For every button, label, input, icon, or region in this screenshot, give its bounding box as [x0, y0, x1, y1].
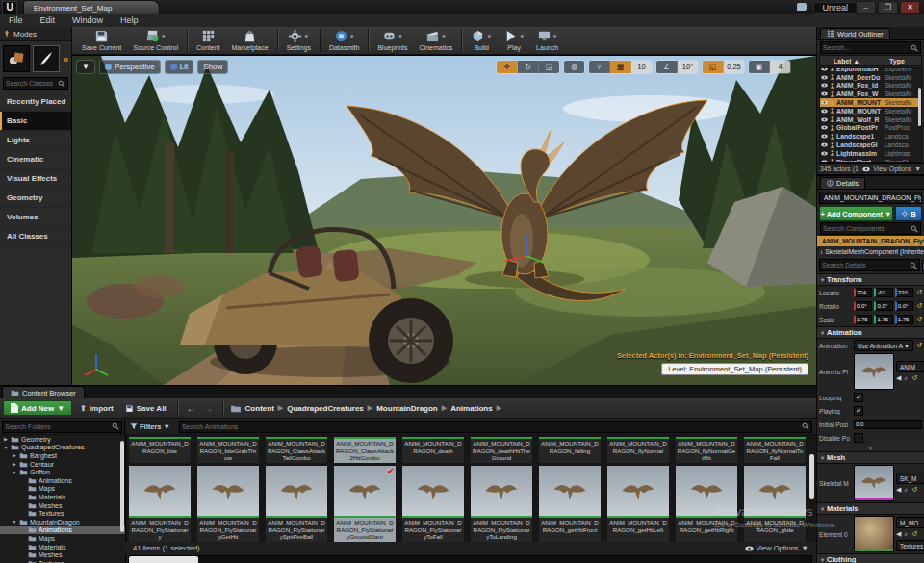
material-dropdown[interactable]: M_MO▼ — [896, 517, 924, 528]
asset-tile[interactable]: ANIM_MOUNTAIN_DRAGON_ClawsAttackTailComb… — [266, 437, 327, 463]
asset-tile[interactable]: ANIM_MOUNTAIN_DRAGON_falling — [539, 437, 601, 463]
asset-tile[interactable]: ANIM_MOUNTAIN_DRAGON_getHitFront — [539, 466, 601, 542]
menu-item[interactable]: File — [0, 14, 32, 27]
perspective-button[interactable]: Perspective — [99, 60, 161, 74]
outliner-scrollbar[interactable] — [918, 88, 921, 126]
add-component-button[interactable]: + Add Component ▼ — [819, 206, 893, 221]
place-mode-button[interactable] — [3, 45, 30, 72]
visibility-eye-icon[interactable] — [821, 109, 828, 114]
skeletal-mesh-thumbnail[interactable] — [854, 465, 894, 501]
visibility-eye-icon[interactable] — [821, 67, 828, 71]
initial-position-field[interactable]: 0.0 — [854, 420, 922, 429]
angle-snap-value[interactable]: 10° — [678, 61, 698, 73]
asset-tile[interactable]: ANIM_MOUNTAIN_DRAGON_flyNormalToFall — [744, 437, 806, 463]
grid-horizontal-scrollbar[interactable] — [128, 555, 812, 563]
materials-section-header[interactable]: Materials — [817, 502, 924, 515]
folder-tree-item[interactable]: ▶ Barghest — [0, 451, 125, 460]
tree-arrow-icon[interactable]: ▶ — [3, 436, 9, 442]
blueprint-button[interactable]: B — [895, 206, 922, 221]
reset-icon[interactable]: ↺ — [916, 289, 922, 296]
clothing-section-header[interactable]: Clothing — [817, 553, 924, 563]
world-local-toggle[interactable]: ◍ — [564, 61, 584, 73]
chevron-down-icon[interactable]: ▼ — [161, 34, 167, 39]
folders-search-input[interactable] — [5, 423, 112, 430]
chevron-down-icon[interactable]: ▼ — [349, 34, 355, 39]
grid-snap-value[interactable]: 10 — [631, 61, 652, 73]
toolbar-button[interactable]: ▼ Settings — [281, 27, 317, 54]
browse-icon[interactable]: ⌕ — [904, 486, 908, 494]
details-search-input[interactable] — [822, 262, 910, 269]
component-row[interactable]: SkeletalMeshComponent (Inherite — [817, 246, 924, 257]
asset-tile[interactable]: ANIM_MOUNTAIN_DRAGON_getHitLeft — [607, 466, 669, 542]
visibility-eye-icon[interactable] — [821, 100, 828, 105]
chevron-down-icon[interactable]: ▼ — [398, 34, 403, 39]
outliner-row[interactable]: GlobalPostPr PostProc — [820, 124, 921, 133]
use-selected-icon[interactable]: ◀ — [896, 530, 901, 538]
tree-arrow-icon[interactable]: ▼ — [3, 445, 9, 450]
outliner-row[interactable]: LightmassIm Lightmas — [820, 149, 921, 158]
animation-section-header[interactable]: Animation — [817, 326, 924, 339]
modes-category[interactable]: Cinematic — [0, 150, 71, 169]
details-tab[interactable]: Details — [820, 177, 865, 189]
toolbar-button[interactable]: Marketplace — [225, 27, 273, 54]
toolbar-button[interactable]: ▼ Cinematics — [414, 27, 459, 54]
modes-expand-chevron[interactable]: » — [63, 53, 68, 64]
z-value-field[interactable]: 0.0° — [895, 301, 913, 311]
toolbar-button[interactable]: ▼ Launch — [530, 27, 564, 54]
asset-tile[interactable]: ANIM_MOUNTAIN_DRAGON_flyNormalGetHit — [676, 437, 737, 463]
folder-tree-item[interactable]: ▼ MountainDragon — [0, 518, 125, 526]
visibility-eye-icon[interactable] — [821, 160, 828, 163]
outliner-search-input[interactable] — [823, 44, 911, 51]
scale-snap-icon[interactable]: ◱ — [703, 61, 724, 73]
visibility-eye-icon[interactable] — [821, 75, 828, 80]
toolbar-button[interactable]: Content — [191, 27, 226, 54]
mesh-section-header[interactable]: Mesh — [817, 451, 924, 464]
tree-arrow-icon[interactable]: ▼ — [12, 519, 17, 525]
chevron-down-icon[interactable]: ▼ — [552, 34, 558, 39]
grid-snap-icon[interactable]: ▦ — [610, 61, 631, 73]
lit-mode-button[interactable]: Lit — [165, 60, 193, 74]
tree-arrow-icon[interactable]: ▶ — [12, 452, 17, 458]
outliner-header[interactable]: Label ▲ Type — [819, 55, 922, 66]
selected-actor-name[interactable]: ANIM_MOUNTAIN_DRAGON_FlySta — [819, 192, 922, 204]
asset-tile[interactable]: ANIM_MOUNTAIN_DRAGON_glide — [744, 466, 806, 542]
outliner-row[interactable]: ANIM_Fox_Id SkeletalM — [820, 82, 921, 90]
toolbar-button[interactable]: ▼ Source Control — [127, 27, 184, 54]
visibility-eye-icon[interactable] — [821, 91, 828, 96]
components-search-input[interactable] — [823, 225, 911, 232]
outliner-row[interactable]: ANIM_Wolf_R SkeletalM — [820, 115, 921, 124]
modes-category[interactable]: Visual Effects — [0, 169, 71, 189]
back-button[interactable]: ← — [185, 403, 198, 414]
disable-postprocess-checkbox[interactable] — [854, 433, 863, 443]
folder-tree-item[interactable]: Maps — [0, 534, 125, 543]
browse-icon[interactable]: ⌕ — [904, 530, 908, 538]
x-value-field[interactable]: 1.75 — [854, 315, 872, 324]
modes-category[interactable]: Basic — [0, 112, 71, 131]
modes-header[interactable]: Modes — [0, 27, 71, 41]
asset-tile[interactable]: ANIM_MOUNTAIN_DRAGON_FlyStationaryToLand… — [471, 466, 532, 542]
outliner-row[interactable]: PlayerStart PlayerSt — [820, 158, 921, 163]
move-tool-button[interactable]: ✛ — [497, 61, 518, 73]
asset-tile[interactable]: ANIM_MOUNTAIN_DRAGON_FlyStationaryToFall — [402, 466, 464, 542]
toolbar-button[interactable]: ▼ Build — [465, 27, 498, 54]
section-expander[interactable]: ▼ — [817, 445, 924, 451]
import-button[interactable]: ⬆Import — [76, 404, 117, 413]
folder-tree-item[interactable]: Textures — [0, 509, 125, 518]
reset-icon[interactable]: ↺ — [916, 316, 922, 323]
world-outliner-tab[interactable]: World Outliner — [820, 28, 890, 39]
folder-tree-item[interactable]: Meshes — [0, 501, 125, 510]
menu-item[interactable]: Window — [64, 14, 112, 27]
modes-search-input[interactable] — [6, 80, 58, 87]
feedback-icon[interactable] — [797, 3, 807, 11]
browse-icon[interactable]: ⌕ — [904, 374, 908, 382]
folder-tree-item[interactable]: ▼ QuadrapedCreatures — [0, 444, 125, 452]
asset-tile[interactable]: ANIM_MOUNTAIN_DRAGON_FlyStationarySpitFi… — [266, 466, 327, 542]
chevron-down-icon[interactable]: ▼ — [486, 34, 492, 39]
angle-snap-icon[interactable]: ∠ — [656, 61, 678, 73]
camera-speed-value[interactable]: 4 — [770, 61, 790, 73]
save-all-button[interactable]: Save All — [121, 404, 170, 413]
asset-tile[interactable]: ANIM_MOUNTAIN_DRAGON_ClawsAttack2HitComb… — [334, 437, 396, 463]
asset-tile[interactable]: ANIM_MOUNTAIN_DRAGON_biteGrabThrow — [197, 437, 259, 463]
reset-icon[interactable]: ↺ — [916, 342, 922, 349]
animation-mode-dropdown[interactable]: Use Animation A▼ — [854, 340, 913, 351]
